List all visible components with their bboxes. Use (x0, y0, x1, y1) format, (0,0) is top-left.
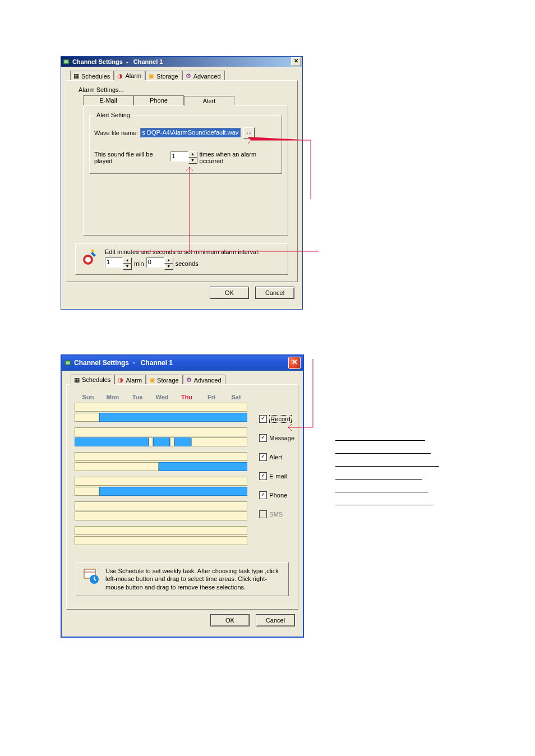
schedules-icon: ▦ (73, 73, 80, 80)
alarm-icon: ◑ (117, 377, 124, 384)
browse-button[interactable]: ... (243, 127, 255, 139)
advanced-icon: ⚙ (186, 377, 192, 384)
title-sep: - (123, 58, 133, 65)
alarm-icon: ◑ (117, 72, 123, 79)
alarm-settings-label: Alarm Settings... (79, 86, 292, 93)
tab-schedules[interactable]: ▦Schedules (71, 375, 114, 385)
day-thu: Thu (174, 394, 199, 400)
title-sep: - (129, 359, 141, 367)
subtab-alert[interactable]: Alert (184, 96, 234, 106)
day-fri: Fri (199, 394, 224, 400)
subtab-email[interactable]: E-Mail (83, 95, 133, 105)
alert-setting-group: Alert Setting Wave file name: s DQP-A4\A… (89, 112, 282, 174)
interval-instruction: Edit minutes and seconds to set minimum … (105, 248, 282, 255)
app-icon (64, 359, 72, 367)
title-bar[interactable]: Channel Settings - Channel 1 ✕ (62, 356, 303, 371)
title-text-b: Channel 1 (133, 58, 163, 65)
checkbox-icon[interactable]: ✓ (259, 453, 267, 461)
main-tabs: ▦Schedules ◑Alarm ▣Storage ⚙Advanced (66, 70, 298, 80)
checkbox-icon[interactable]: ✓ (259, 472, 267, 480)
svg-point-3 (85, 257, 91, 262)
option-phone[interactable]: ✓Phone (259, 491, 294, 499)
task-type-options: ✓Record ✓Message ✓Alert ✓E-mail ✓Phone S… (259, 415, 294, 518)
option-alert[interactable]: ✓Alert (259, 453, 294, 461)
sec-stepper[interactable]: 0 ▲▼ (146, 257, 173, 270)
subtab-phone[interactable]: Phone (133, 95, 184, 105)
svg-rect-8 (66, 361, 70, 364)
close-button[interactable]: ✕ (288, 357, 301, 369)
min-stepper[interactable]: 1 ▲▼ (105, 257, 132, 270)
ok-button[interactable]: OK (210, 287, 249, 299)
day-sat: Sat (224, 394, 248, 400)
external-notes-lines (335, 440, 481, 518)
svg-rect-4 (91, 250, 94, 252)
app-icon (62, 58, 70, 66)
tab-advanced[interactable]: ⚙Advanced (182, 71, 225, 81)
tab-storage[interactable]: ▣Storage (146, 375, 183, 385)
spin-down-icon[interactable]: ▼ (164, 264, 173, 270)
day-wed: Wed (150, 394, 174, 400)
storage-icon: ▣ (148, 73, 155, 80)
day-tue: Tue (125, 394, 150, 400)
main-tabs: ▦Schedules ◑Alarm ▣Storage ⚙Advanced (66, 374, 298, 384)
channel-settings-dialog-alarm: Channel Settings - Channel 1 ✕ ▦Schedule… (61, 56, 303, 310)
alarm-subtabs: E-Mail Phone Alert (83, 95, 292, 105)
schedule-help-icon (82, 567, 100, 585)
option-sms: SMS (259, 510, 294, 518)
spin-down-icon[interactable]: ▼ (188, 158, 197, 164)
play-count-pre-label: This sound file will be played (94, 151, 168, 164)
schedule-help-text: Use Schedule to set weekly task. After c… (105, 567, 283, 591)
tab-schedules[interactable]: ▦Schedules (70, 71, 114, 81)
cancel-button[interactable]: Cancel (256, 614, 295, 626)
ok-button[interactable]: OK (210, 614, 250, 626)
title-bar[interactable]: Channel Settings - Channel 1 ✕ (61, 57, 302, 67)
title-text-a: Channel Settings (72, 58, 123, 65)
tab-advanced[interactable]: ⚙Advanced (183, 375, 225, 385)
sec-input[interactable]: 0 (146, 257, 164, 268)
tab-alarm[interactable]: ◑Alarm (114, 375, 146, 385)
sec-label: seconds (176, 260, 199, 267)
spin-up-icon[interactable]: ▲ (164, 257, 173, 264)
title-text-a: Channel Settings (74, 359, 129, 367)
advanced-icon: ⚙ (185, 73, 192, 80)
close-button[interactable]: ✕ (291, 57, 301, 66)
option-record[interactable]: ✓Record (259, 415, 294, 423)
interval-info-box: Edit minutes and seconds to set minimum … (75, 243, 288, 275)
schedule-header: Sun Mon Tue Wed Thu Fri Sat (75, 394, 290, 400)
play-count-input[interactable]: 1 (170, 151, 188, 162)
day-mon: Mon (100, 394, 125, 400)
play-count-post-label: times when an alarm occurred (200, 151, 277, 164)
tab-alarm[interactable]: ◑Alarm (114, 71, 145, 81)
min-input[interactable]: 1 (105, 257, 123, 268)
wave-file-label: Wave file name: (94, 130, 138, 136)
tab-storage[interactable]: ▣Storage (145, 71, 182, 81)
option-message[interactable]: ✓Message (259, 434, 294, 442)
svg-rect-1 (64, 60, 68, 63)
wave-file-input[interactable]: s DQP-A4\AlarmSound\default.wav (140, 128, 241, 138)
cancel-button[interactable]: Cancel (255, 287, 294, 299)
alarm-interval-icon (81, 248, 99, 266)
checkbox-icon[interactable]: ✓ (259, 415, 267, 423)
checkbox-icon (259, 510, 267, 518)
schedule-help-box: Use Schedule to set weekly task. After c… (76, 562, 289, 596)
schedule-grid[interactable] (75, 403, 290, 545)
alert-setting-legend: Alert Setting (94, 112, 132, 118)
option-email[interactable]: ✓E-mail (259, 472, 294, 480)
spin-up-icon[interactable]: ▲ (188, 151, 197, 158)
spin-down-icon[interactable]: ▼ (123, 264, 132, 270)
spin-up-icon[interactable]: ▲ (123, 257, 132, 264)
day-sun: Sun (76, 394, 100, 400)
title-text-b: Channel 1 (141, 359, 173, 367)
checkbox-icon[interactable]: ✓ (259, 434, 267, 442)
channel-settings-dialog-schedules: Channel Settings - Channel 1 ✕ ▦Schedule… (61, 354, 304, 638)
checkbox-icon[interactable]: ✓ (259, 491, 267, 499)
min-label: min (134, 260, 144, 267)
storage-icon: ▣ (149, 377, 155, 384)
schedules-icon: ▦ (73, 376, 80, 383)
play-count-stepper[interactable]: 1 ▲▼ (170, 151, 197, 164)
